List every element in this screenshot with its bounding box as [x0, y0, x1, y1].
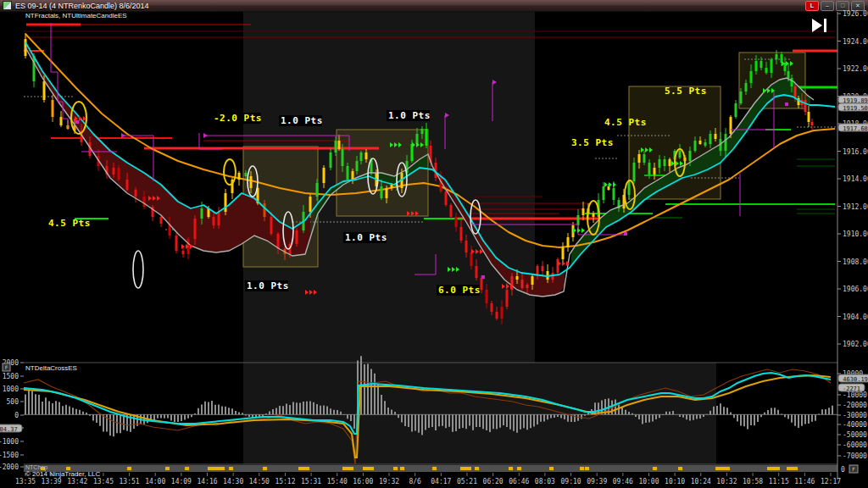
svg-text:15:40: 15:40 [327, 478, 348, 485]
svg-text:-10000: -10000 [843, 391, 867, 399]
svg-text:-40000: -40000 [843, 421, 867, 429]
svg-text:-704.37: -704.37 [0, 426, 18, 433]
svg-text:1902.00: 1902.00 [843, 341, 868, 348]
svg-text:11:46: 11:46 [794, 478, 815, 485]
svg-text:1917.68: 1917.68 [843, 125, 868, 132]
svg-text:14:09: 14:09 [171, 478, 192, 485]
svg-text:4.5 Pts: 4.5 Pts [48, 218, 91, 229]
lower-panel-button[interactable]: F [3, 363, 10, 371]
svg-text:1906.00: 1906.00 [843, 286, 868, 293]
svg-text:8/6: 8/6 [409, 478, 421, 485]
chop-marker-strip [24, 465, 837, 472]
svg-text:1.0 Pts: 1.0 Pts [281, 115, 323, 126]
svg-text:10:24: 10:24 [691, 478, 711, 485]
strip-panel-button[interactable]: F [849, 465, 858, 473]
svg-text:1914.00: 1914.00 [843, 175, 868, 183]
svg-text:-2000: -2000 [0, 463, 19, 471]
chart-canvas[interactable]: 1926.001924.001922.001920.001918.001916.… [0, 0, 868, 488]
svg-text:1919.50: 1919.50 [843, 105, 868, 112]
svg-text:1912.00: 1912.00 [843, 203, 868, 211]
svg-text:4630.19: 4630.19 [843, 376, 868, 383]
svg-text:-70000: -70000 [843, 452, 867, 460]
svg-text:19:32: 19:32 [379, 478, 399, 485]
svg-text:11:15: 11:15 [769, 478, 789, 485]
svg-text:1926.00: 1926.00 [843, 10, 868, 18]
svg-text:12:17: 12:17 [821, 478, 841, 485]
lower-panel-label: NTDeltaCrossES [25, 365, 77, 372]
svg-text:1.0 Pts: 1.0 Pts [388, 110, 431, 121]
svg-text:09:46: 09:46 [613, 478, 633, 485]
svg-text:-2271: -2271 [843, 385, 860, 392]
svg-text:-60000: -60000 [843, 441, 867, 449]
svg-text:4.5 Pts: 4.5 Pts [604, 117, 647, 128]
svg-text:13:42: 13:42 [67, 478, 87, 485]
svg-text:14:50: 14:50 [249, 478, 270, 485]
svg-text:0: 0 [841, 466, 845, 474]
svg-text:10:00: 10:00 [638, 478, 659, 485]
go-to-last-bar-icon[interactable] [812, 19, 826, 32]
svg-text:3.5 Pts: 3.5 Pts [571, 137, 614, 148]
svg-text:-30000: -30000 [843, 412, 867, 419]
svg-text:1000: 1000 [3, 385, 19, 393]
svg-text:15:12: 15:12 [275, 478, 295, 485]
svg-text:08:03: 08:03 [535, 478, 555, 485]
svg-text:14:30: 14:30 [223, 478, 243, 485]
svg-text:10:58: 10:58 [743, 478, 763, 485]
svg-text:1.0 Pts: 1.0 Pts [247, 280, 289, 291]
svg-text:1924.00: 1924.00 [843, 38, 868, 46]
svg-text:5.5 Pts: 5.5 Pts [665, 86, 707, 97]
svg-text:-20000: -20000 [843, 402, 867, 409]
svg-text:16:00: 16:00 [353, 478, 373, 485]
svg-text:1500: 1500 [3, 373, 19, 380]
svg-text:500: 500 [7, 398, 19, 406]
svg-text:1.0 Pts: 1.0 Pts [345, 232, 387, 243]
svg-text:6.0 Pts: 6.0 Pts [438, 285, 481, 296]
svg-text:1922.00: 1922.00 [843, 65, 868, 73]
svg-text:14:00: 14:00 [145, 478, 165, 485]
svg-text:14:16: 14:16 [197, 478, 217, 485]
svg-text:13:45: 13:45 [93, 478, 114, 485]
copyright-text: © 2014 NinjaTrader, LLC [25, 471, 100, 478]
svg-text:15:31: 15:31 [301, 478, 321, 485]
svg-text:F: F [852, 466, 855, 472]
main-panel-label: NTFractals, NTUltimateCandleES [25, 13, 127, 19]
svg-text:-1500: -1500 [0, 452, 19, 459]
svg-text:13:39: 13:39 [42, 478, 62, 485]
svg-text:-50000: -50000 [843, 431, 867, 439]
svg-text:1908.00: 1908.00 [843, 258, 868, 266]
ninjatrader-chart-window: ES 09-14 (4 NTRenkoCandle) 8/6/2014 L – … [0, 0, 868, 488]
svg-text:09:39: 09:39 [587, 478, 607, 485]
svg-text:06:46: 06:46 [509, 478, 529, 485]
svg-text:10:10: 10:10 [665, 478, 685, 485]
svg-text:F: F [5, 364, 8, 370]
time-axis[interactable]: 13:3513:3913:4213:4513:5114:0014:0914:16… [15, 473, 841, 485]
svg-text:05:21: 05:21 [457, 478, 477, 485]
svg-text:06:20: 06:20 [483, 478, 504, 485]
svg-text:1910.00: 1910.00 [843, 230, 868, 238]
svg-text:09:10: 09:10 [561, 478, 581, 485]
svg-text:1916.00: 1916.00 [843, 148, 868, 156]
svg-text:0: 0 [14, 412, 19, 419]
svg-text:1919.89: 1919.89 [843, 97, 868, 104]
svg-text:13:51: 13:51 [120, 478, 140, 485]
svg-text:-2.0 Pts: -2.0 Pts [214, 113, 262, 124]
svg-text:-1000: -1000 [0, 438, 19, 446]
svg-text:13:35: 13:35 [15, 478, 36, 485]
svg-text:04:17: 04:17 [431, 478, 451, 485]
svg-text:10:32: 10:32 [716, 478, 737, 485]
svg-text:1904.00: 1904.00 [843, 313, 868, 321]
